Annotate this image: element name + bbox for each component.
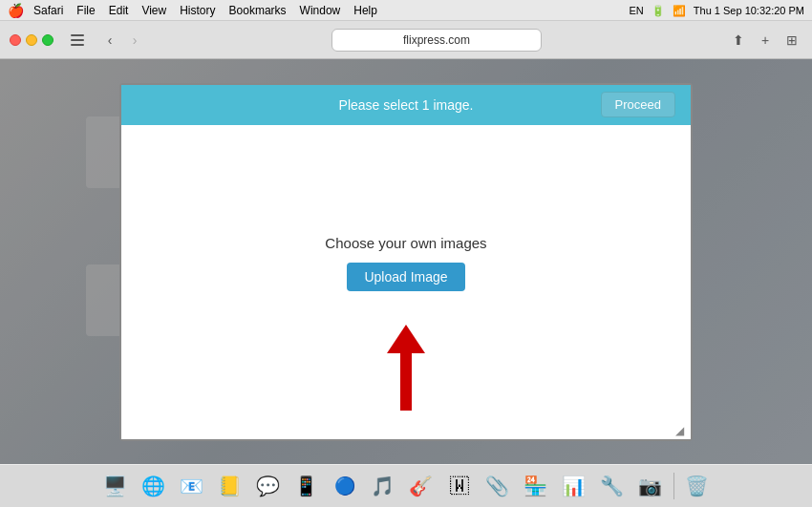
svg-rect-0 xyxy=(71,34,84,36)
dock: 🖥️ 🌐 📧 📒 💬 📱 🔵 🎵 🎸 🇼 📎 🏪 📊 🔧 📷 🗑️ xyxy=(0,464,812,507)
menubar-right: EN 🔋 📶 Thu 1 Sep 10:32:20 PM xyxy=(630,0,804,21)
battery-icon: 🔋 xyxy=(652,5,665,17)
close-button[interactable] xyxy=(10,34,21,46)
new-tab-icon[interactable]: + xyxy=(755,30,776,51)
keyboard-indicator: EN xyxy=(630,5,644,16)
dock-messages[interactable]: 💬 xyxy=(251,469,286,503)
arrow-head xyxy=(387,325,425,353)
forward-button[interactable]: › xyxy=(124,30,145,51)
address-bar[interactable]: flixpress.com xyxy=(331,29,542,52)
dock-excel[interactable]: 📊 xyxy=(557,469,591,503)
dock-safari[interactable]: 🌐 xyxy=(137,469,171,503)
menu-window[interactable]: Window xyxy=(300,4,341,17)
browser-window: ‹ › flixpress.com ⬆ + ⊞ Please select xyxy=(0,21,812,464)
dock-chrome[interactable]: 🔵 xyxy=(328,469,362,503)
modal-body: Choose your own images Upload Image ◢ xyxy=(121,125,691,439)
menu-safari[interactable]: Safari xyxy=(33,4,63,17)
arrow-shaft xyxy=(400,353,412,411)
dock-spotify[interactable]: 🎵 xyxy=(366,469,400,503)
sidebar-icon[interactable] xyxy=(67,30,88,51)
svg-rect-2 xyxy=(71,44,84,46)
page-background: Please select 1 image. Proceed Choose yo… xyxy=(0,59,812,464)
dock-appstore[interactable]: 🏪 xyxy=(519,469,553,503)
apple-menu[interactable]: 🍎 xyxy=(8,3,24,18)
menu-edit[interactable]: Edit xyxy=(109,4,129,17)
dock-tools[interactable]: 🔧 xyxy=(595,469,630,503)
proceed-button[interactable]: Proceed xyxy=(601,92,675,117)
resize-handle[interactable]: ◢ xyxy=(675,424,689,437)
dock-separator xyxy=(673,473,674,499)
modal-header: Please select 1 image. Proceed xyxy=(121,85,691,125)
share-icon[interactable]: ⬆ xyxy=(728,30,749,51)
address-bar-container: flixpress.com xyxy=(153,29,720,52)
wifi-icon: 📶 xyxy=(673,5,686,17)
dock-photos[interactable]: 📷 xyxy=(633,469,668,503)
menu-view[interactable]: View xyxy=(141,4,166,17)
grid-icon[interactable]: ⊞ xyxy=(781,30,802,51)
menu-file[interactable]: File xyxy=(76,4,95,17)
browser-nav: ‹ › xyxy=(99,30,145,51)
arrow-annotation xyxy=(387,325,425,411)
red-arrow xyxy=(387,325,425,411)
dock-facetime[interactable]: 📱 xyxy=(289,469,324,503)
upload-image-button[interactable]: Upload Image xyxy=(347,263,464,291)
traffic-lights xyxy=(10,34,53,46)
modal-title: Please select 1 image. xyxy=(316,97,496,113)
menu-help[interactable]: Help xyxy=(353,4,377,17)
menubar: 🍎 Safari File Edit View History Bookmark… xyxy=(0,0,812,21)
choose-images-label: Choose your own images xyxy=(325,235,486,251)
browser-toolbar: ‹ › flixpress.com ⬆ + ⊞ xyxy=(0,21,812,59)
dock-notes[interactable]: 📎 xyxy=(481,469,515,503)
dock-music[interactable]: 🎸 xyxy=(404,469,438,503)
dock-contacts[interactable]: 📒 xyxy=(213,469,247,503)
menu-bookmarks[interactable]: Bookmarks xyxy=(229,4,287,17)
dock-word[interactable]: 🇼 xyxy=(442,469,477,503)
menu-history[interactable]: History xyxy=(180,4,215,17)
browser-right-controls: ⬆ + ⊞ xyxy=(728,30,802,51)
dock-finder[interactable]: 🖥️ xyxy=(98,469,133,503)
dock-mail[interactable]: 📧 xyxy=(175,469,209,503)
modal-overlay: Please select 1 image. Proceed Choose yo… xyxy=(0,59,812,464)
maximize-button[interactable] xyxy=(42,34,53,46)
menubar-items: Safari File Edit View History Bookmarks … xyxy=(33,4,377,17)
modal-dialog: Please select 1 image. Proceed Choose yo… xyxy=(119,83,693,441)
dock-trash[interactable]: 🗑️ xyxy=(680,469,715,503)
url-text: flixpress.com xyxy=(403,33,470,47)
back-button[interactable]: ‹ xyxy=(99,30,120,51)
minimize-button[interactable] xyxy=(26,34,37,46)
svg-rect-1 xyxy=(71,39,84,41)
datetime-display: Thu 1 Sep 10:32:20 PM xyxy=(694,5,804,16)
